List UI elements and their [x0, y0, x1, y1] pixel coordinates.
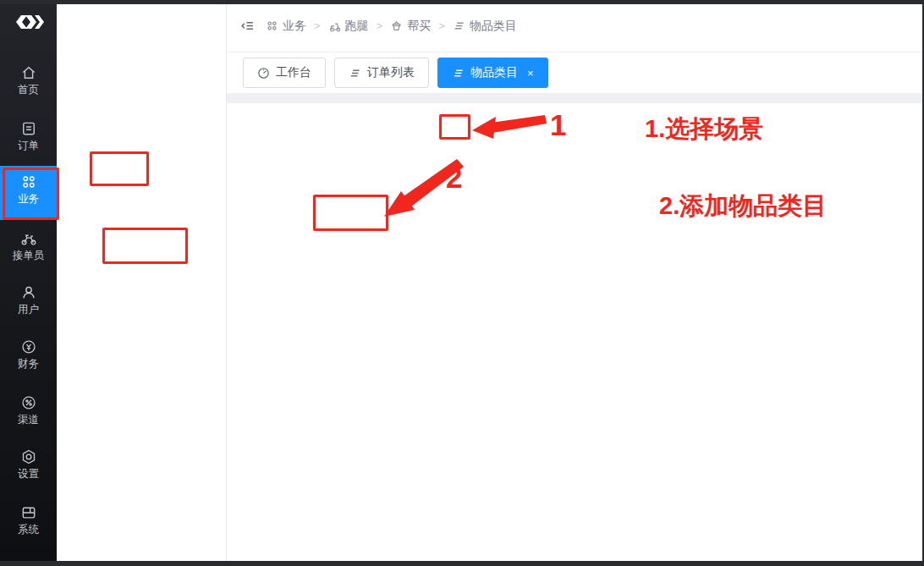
breadcrumb-label: 帮买 [407, 19, 431, 34]
breadcrumb-item-item-categories[interactable]: 物品类目 [453, 19, 517, 34]
list-icon [349, 67, 361, 80]
tab-order-list[interactable]: 订单列表 [334, 58, 429, 88]
rail-item-label: 渠道 [0, 412, 57, 428]
rail-item-label: 财务 [0, 356, 57, 372]
rail-item-label: 订单 [0, 138, 57, 154]
rail-item-settings[interactable]: 设置 [0, 448, 57, 482]
tab-item-categories[interactable]: 物品类目 × [437, 58, 548, 88]
rail-item-orders[interactable]: 订单 [0, 120, 57, 154]
nav-rail: 首页 订单 业务 接单员 用户 财务 渠道 设置 [0, 0, 57, 566]
apps-grid-icon [266, 19, 278, 32]
rider-icon [0, 230, 57, 247]
list-icon [453, 19, 465, 32]
finance-coin-icon [0, 338, 57, 355]
breadcrumb-label: 物品类目 [470, 19, 517, 34]
tab-label: 物品类目 [470, 65, 518, 80]
breadcrumb-item-errand[interactable]: 跑腿 [328, 19, 369, 34]
rail-item-business[interactable]: 业务 [0, 166, 57, 220]
settings-nut-icon [0, 448, 57, 465]
breadcrumb: 业务 > 跑腿 > 帮买 > 物品类目 [227, 0, 924, 52]
list-icon [452, 67, 465, 80]
breadcrumb-label: 跑腿 [345, 19, 369, 34]
close-icon[interactable]: × [527, 67, 534, 80]
home-icon [0, 64, 57, 81]
rail-item-label: 系统 [0, 522, 57, 538]
window-frame-bottom [0, 561, 924, 566]
rail-item-home[interactable]: 首页 [0, 64, 57, 98]
tab-bar: 工作台 订单列表 物品类目 × [227, 52, 924, 93]
rail-item-label: 设置 [0, 466, 57, 482]
rail-item-label: 首页 [0, 82, 57, 98]
system-layout-icon [0, 504, 57, 521]
order-icon [0, 120, 57, 137]
window-frame-top [0, 0, 924, 4]
breadcrumb-separator: > [377, 19, 383, 32]
breadcrumb-item-help-buy[interactable]: 帮买 [390, 19, 431, 34]
rail-item-label: 接单员 [0, 248, 57, 264]
rail-item-label: 业务 [0, 191, 57, 207]
admin-page: 首页 订单 业务 接单员 用户 财务 渠道 设置 [0, 0, 924, 566]
tab-label: 工作台 [276, 65, 311, 80]
scooter-icon [328, 19, 341, 32]
rail-item-channel[interactable]: 渠道 [0, 394, 57, 428]
channel-icon [0, 394, 57, 411]
rail-item-system[interactable]: 系统 [0, 504, 57, 538]
apps-grid-icon [0, 173, 57, 190]
tab-label: 订单列表 [367, 65, 415, 80]
app-logo-icon[interactable] [0, 12, 57, 36]
tab-workbench[interactable]: 工作台 [243, 58, 326, 88]
content-panel [227, 103, 924, 561]
breadcrumb-separator: > [314, 19, 321, 32]
rail-item-users[interactable]: 用户 [0, 284, 57, 318]
dashboard-gauge-icon [257, 67, 270, 80]
collapse-sidebar-icon[interactable] [240, 19, 255, 33]
rail-item-rider[interactable]: 接单员 [0, 230, 57, 264]
user-icon [0, 284, 57, 301]
breadcrumb-item-business[interactable]: 业务 [266, 19, 306, 34]
breadcrumb-label: 业务 [283, 19, 306, 34]
sidebar [57, 0, 227, 566]
basket-icon [390, 19, 403, 32]
rail-item-label: 用户 [0, 302, 57, 318]
breadcrumb-separator: > [438, 19, 445, 32]
rail-item-finance[interactable]: 财务 [0, 338, 57, 372]
